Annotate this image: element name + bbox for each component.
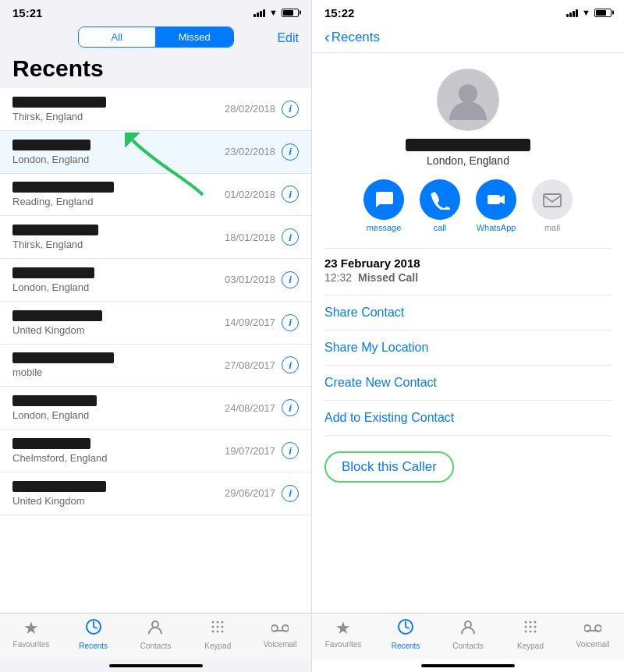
call-label: call	[434, 223, 447, 232]
call-item[interactable]: United Kingdom29/06/2017i	[0, 472, 311, 515]
call-item[interactable]: Chelmsford, England19/07/2017i	[0, 430, 311, 472]
info-icon[interactable]: i	[282, 442, 299, 459]
call-item[interactable]: London, England24/08/2017i	[0, 387, 311, 430]
call-item-left: London, England	[12, 267, 225, 293]
svg-point-8	[212, 631, 214, 633]
left-time: 15:21	[12, 6, 42, 19]
info-icon[interactable]: i	[282, 356, 299, 373]
call-item[interactable]: London, England03/01/2018i	[0, 259, 311, 302]
call-location: Chelmsford, England	[12, 452, 225, 464]
left-tab-contacts-label: Contacts	[140, 642, 171, 650]
call-action-btn[interactable]: call	[420, 179, 460, 232]
right-star-icon: ★	[335, 618, 351, 638]
message-icon	[363, 179, 404, 220]
svg-point-2	[212, 621, 214, 624]
call-location: London, England	[12, 154, 225, 165]
call-item-left: mobile	[12, 352, 225, 379]
create-contact-item[interactable]: Create New Contact	[324, 365, 612, 400]
svg-point-7	[222, 626, 224, 628]
call-item-left: Thirsk, England	[12, 96, 225, 122]
right-tab-keypad[interactable]: Keypad	[499, 618, 562, 652]
right-tab-contacts[interactable]: Contacts	[437, 618, 499, 652]
svg-point-15	[459, 84, 477, 103]
redacted-name	[12, 395, 97, 406]
call-date: 23/02/2018	[225, 146, 275, 157]
call-item[interactable]: mobile27/08/2017i	[0, 345, 311, 387]
call-item-right: 14/09/2017i	[225, 314, 299, 331]
wifi-icon: ▼	[269, 8, 278, 17]
redacted-name	[12, 140, 90, 150]
call-item[interactable]: Reading, England01/02/2018i	[0, 174, 311, 217]
call-item-right: 19/07/2017i	[225, 442, 299, 459]
call-location: United Kingdom	[12, 324, 225, 336]
call-item-left: United Kingdom	[12, 480, 225, 507]
call-date: 18/01/2018	[225, 232, 275, 243]
menu-list: Share Contact Share My Location Create N…	[324, 295, 612, 436]
left-tab-voicemail-label: Voicemail	[264, 640, 297, 649]
action-buttons: message call WhatsApp	[363, 179, 573, 232]
right-tab-recents-label: Recents	[392, 642, 420, 650]
svg-point-1	[152, 621, 158, 628]
share-contact-item[interactable]: Share Contact	[324, 295, 612, 330]
add-to-existing-item[interactable]: Add to Existing Contact	[324, 400, 612, 436]
missed-segment-btn[interactable]: Missed	[156, 27, 233, 47]
info-icon[interactable]: i	[282, 485, 299, 502]
info-icon[interactable]: i	[282, 399, 299, 416]
left-home-indicator	[0, 660, 311, 672]
left-tab-contacts[interactable]: Contacts	[125, 618, 187, 652]
svg-point-6	[217, 626, 219, 628]
left-tab-voicemail[interactable]: Voicemail	[249, 618, 311, 652]
right-tab-recents[interactable]: Recents	[374, 618, 437, 652]
battery-icon	[282, 9, 299, 17]
call-info-section: 23 February 2018 12:32 Missed Call	[324, 248, 612, 292]
info-icon[interactable]: i	[282, 186, 299, 203]
info-icon[interactable]: i	[282, 143, 299, 161]
svg-rect-16	[488, 195, 500, 204]
right-status-icons: ▼	[566, 8, 612, 17]
message-action-btn[interactable]: message	[363, 179, 404, 232]
info-icon[interactable]: i	[282, 271, 299, 288]
back-button[interactable]: ‹ Recents	[324, 28, 380, 46]
left-tab-keypad[interactable]: Keypad	[186, 618, 249, 652]
call-date: 14/09/2017	[225, 317, 275, 328]
all-segment-btn[interactable]: All	[79, 27, 157, 47]
right-tab-voicemail[interactable]: Voicemail	[562, 618, 624, 652]
block-caller-button[interactable]: Block this Caller	[324, 451, 454, 483]
svg-point-26	[525, 631, 527, 633]
left-tab-recents[interactable]: Recents	[62, 618, 125, 652]
call-item-right: 29/06/2017i	[225, 485, 299, 502]
call-location: United Kingdom	[12, 495, 225, 507]
left-tab-keypad-label: Keypad	[204, 642, 231, 650]
mail-action-btn[interactable]: mail	[532, 179, 573, 232]
call-item-right: 18/01/2018i	[225, 228, 299, 246]
back-nav: ‹ Recents	[312, 22, 624, 53]
info-icon[interactable]: i	[282, 228, 299, 246]
call-date: 28/02/2018	[225, 103, 275, 115]
left-status-icons: ▼	[254, 8, 299, 17]
recents-title: Recents	[0, 52, 311, 88]
person-icon	[445, 76, 491, 123]
call-date: 29/06/2017	[225, 487, 275, 499]
mail-icon	[532, 179, 573, 220]
left-tab-favourites[interactable]: ★ Favourites	[0, 618, 62, 652]
left-tab-bar: ★ Favourites Recents Contacts	[0, 613, 311, 660]
message-label: message	[367, 223, 402, 232]
call-item[interactable]: Thirsk, England28/02/2018i	[0, 88, 311, 131]
right-tab-favourites[interactable]: ★ Favourites	[312, 618, 374, 652]
redacted-name	[12, 182, 114, 193]
share-location-item[interactable]: Share My Location	[324, 330, 612, 365]
info-icon[interactable]: i	[282, 314, 299, 331]
svg-point-24	[530, 626, 532, 628]
call-item[interactable]: United Kingdom14/09/2017i	[0, 302, 311, 345]
call-item-right: 24/08/2017i	[225, 399, 299, 416]
call-time-row: 12:32 Missed Call	[324, 271, 612, 284]
edit-button[interactable]: Edit	[277, 31, 299, 45]
whatsapp-action-btn[interactable]: WhatsApp	[476, 179, 516, 232]
left-status-bar: 15:21 ▼	[0, 0, 311, 22]
info-icon[interactable]: i	[282, 101, 299, 118]
svg-point-28	[534, 631, 537, 633]
call-list: Thirsk, England28/02/2018iLondon, Englan…	[0, 88, 311, 613]
call-item[interactable]: Thirsk, England18/01/2018i	[0, 216, 311, 259]
right-voicemail-icon	[584, 618, 601, 638]
call-item[interactable]: London, England23/02/2018i	[0, 131, 311, 174]
